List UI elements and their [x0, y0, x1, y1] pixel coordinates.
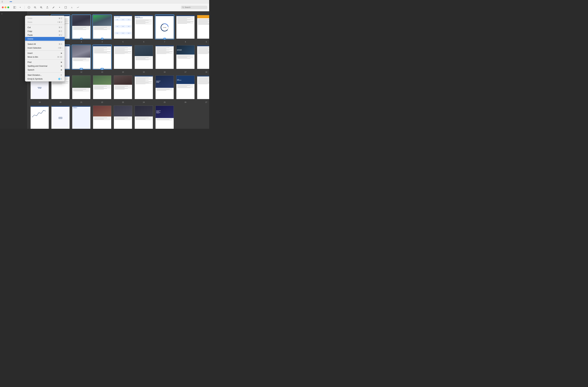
submenu-arrow-icon: ▶: [61, 52, 62, 54]
menu-shortcut: ⌘ ⌫: [57, 56, 62, 58]
menu-item-label: Find: [28, 61, 31, 63]
menu-shortcut: 🌐 E: [58, 78, 62, 80]
menu-item-speech[interactable]: Speech▶: [25, 68, 65, 72]
menu-item-label: Insert: [28, 52, 33, 54]
menu-shortcut: ⌘ V: [59, 34, 62, 36]
menu-item-copy[interactable]: Copy⌘ C: [25, 29, 65, 33]
menu-item-select-all[interactable]: Select All⌘ A: [25, 42, 65, 46]
menu-item-redo: Redo⇧⌘ Z: [25, 20, 65, 24]
menu-item-move-to-bin[interactable]: Move to Bin⌘ ⌫: [25, 55, 65, 59]
menu-item-cut[interactable]: Cut⌘ X: [25, 25, 65, 29]
menu-item-spelling-and-grammar[interactable]: Spelling and Grammar▶: [25, 64, 65, 68]
menu-item-label: Emoji & Symbols: [28, 78, 42, 80]
menu-shortcut: ⌘ A: [59, 43, 62, 45]
context-menu-overlay[interactable]: Undo⌘ ZRedo⇧⌘ ZCut⌘ XCopy⌘ CPaste⌘ VDele…: [0, 0, 209, 133]
context-menu: Undo⌘ ZRedo⇧⌘ ZCut⌘ XCopy⌘ CPaste⌘ VDele…: [25, 16, 65, 82]
menu-item-label: Speech: [28, 69, 34, 71]
submenu-arrow-icon: ▶: [61, 69, 62, 71]
menu-item-paste[interactable]: Paste⌘ V: [25, 33, 65, 37]
submenu-arrow-icon: ▶: [61, 61, 62, 63]
menu-item-label: Copy: [28, 30, 32, 32]
menu-item-label: Paste: [28, 34, 33, 36]
menu-item-label: Invert Selection: [28, 47, 41, 49]
menu-item-label: Cut: [28, 26, 31, 28]
menu-shortcut: ⇧⌘ I: [58, 47, 62, 49]
menu-item-label: Select All: [28, 43, 36, 45]
menu-shortcut: ⌘ C: [59, 30, 62, 32]
menu-item-start-dictation[interactable]: Start Dictation...🎙: [25, 73, 65, 77]
menu-item-label: Delete: [28, 38, 33, 40]
menu-item-label: Move to Bin: [28, 56, 38, 58]
menu-item-label: Spelling and Grammar: [28, 65, 47, 67]
menu-item-emoji-&-symbols[interactable]: Emoji & Symbols🌐 E: [25, 77, 65, 81]
submenu-arrow-icon: ▶: [61, 65, 62, 67]
menu-shortcut: ⌘ Z: [59, 17, 62, 20]
menu-shortcut: 🎙: [60, 74, 62, 76]
menu-item-insert[interactable]: Insert▶: [25, 51, 65, 55]
menu-shortcut: ⌘ X: [59, 26, 62, 28]
menu-item-delete[interactable]: Delete: [25, 37, 65, 41]
menu-item-invert-selection[interactable]: Invert Selection⇧⌘ I: [25, 46, 65, 50]
menu-item-label: Start Dictation...: [28, 74, 42, 76]
menu-item-find[interactable]: Find▶: [25, 60, 65, 64]
menu-item-label: Redo: [28, 21, 32, 23]
menu-item-label: Undo: [28, 17, 32, 20]
menu-shortcut: ⇧⌘ Z: [57, 21, 62, 23]
menu-item-undo: Undo⌘ Z: [25, 16, 65, 20]
